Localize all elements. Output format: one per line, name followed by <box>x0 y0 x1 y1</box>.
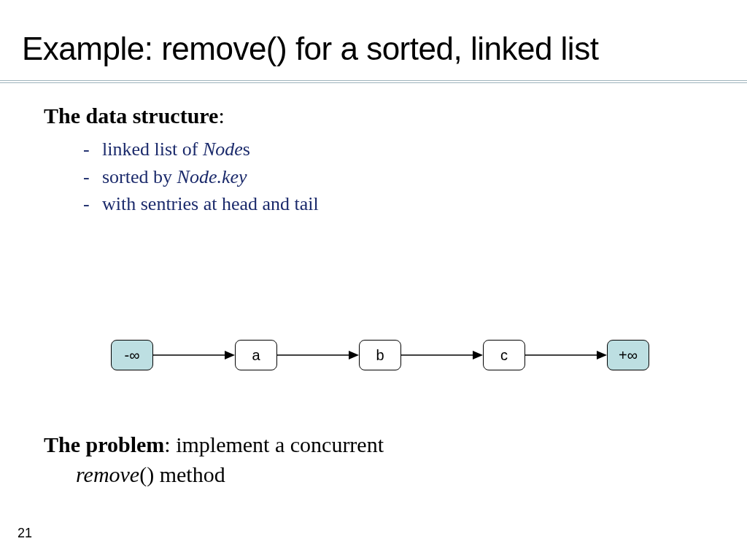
heading-bold: The data structure <box>44 104 218 128</box>
problem-line-1: The problem: implement a concurrent <box>44 430 671 460</box>
svg-marker-7 <box>597 351 607 359</box>
bullet-text: sorted by Node.key <box>102 163 247 191</box>
list-node-tail-sentry: +∞ <box>607 340 649 370</box>
heading-rest: : <box>218 104 224 128</box>
problem-line-2: remove() method <box>44 460 671 490</box>
arrow-icon <box>401 340 483 370</box>
linked-list-diagram: -∞ a b c +∞ <box>0 330 747 388</box>
arrow-icon <box>525 340 607 370</box>
list-node-a: a <box>235 340 277 370</box>
slide: Example: remove() for a sorted, linked l… <box>0 0 747 560</box>
list-node-c: c <box>483 340 525 370</box>
bullet-text: with sentries at head and tail <box>102 190 319 218</box>
bullet-item: - linked list of Nodes <box>83 136 703 163</box>
body: The data structure: - linked list of Nod… <box>0 83 747 218</box>
list-node-head-sentry: -∞ <box>111 340 153 370</box>
arrow-icon <box>277 340 359 370</box>
section-data-structure-heading: The data structure: <box>44 104 703 128</box>
bullet-dash: - <box>83 163 102 191</box>
bullet-text: linked list of Nodes <box>102 136 250 163</box>
page-number: 21 <box>18 526 32 541</box>
bullet-list: - linked list of Nodes - sorted by Node.… <box>83 136 703 218</box>
svg-marker-5 <box>473 351 483 359</box>
bullet-item: - with sentries at head and tail <box>83 190 703 218</box>
list-node-b: b <box>359 340 401 370</box>
section-problem: The problem: implement a concurrent remo… <box>44 430 671 489</box>
svg-marker-1 <box>225 351 235 359</box>
arrow-icon <box>153 340 235 370</box>
bullet-item: - sorted by Node.key <box>83 163 703 191</box>
bullet-dash: - <box>83 190 102 218</box>
bullet-dash: - <box>83 136 102 163</box>
svg-marker-3 <box>349 351 359 359</box>
slide-title: Example: remove() for a sorted, linked l… <box>0 0 747 67</box>
